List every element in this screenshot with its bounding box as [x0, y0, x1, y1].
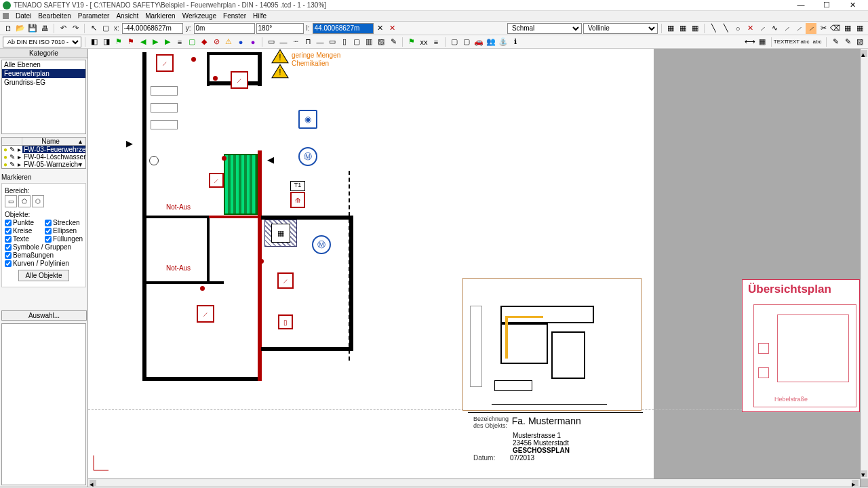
hydrant-icon[interactable]: ⛲ [498, 37, 509, 47]
select-rect-icon[interactable]: ▭ [5, 195, 17, 207]
cat-item-2[interactable]: Grundriss-EG [2, 78, 85, 87]
select-box-icon[interactable]: ▢ [100, 23, 111, 34]
line2-icon[interactable]: ╲ [720, 23, 731, 34]
misc-icon-6[interactable]: ▭ [327, 37, 338, 47]
sym-icon-1[interactable]: ◧ [89, 37, 100, 47]
misc-icon-1[interactable]: ▭ [266, 37, 277, 47]
dim-icon-2[interactable]: ▦ [757, 37, 768, 47]
misc-icon-3[interactable]: ┈ [290, 37, 301, 47]
layer-icon[interactable]: ▸ [16, 146, 22, 153]
menu-werkzeuge[interactable]: Werkzeuge [179, 12, 220, 20]
line-icon[interactable]: ╲ [708, 23, 719, 34]
symbol-diamond-icon[interactable]: ◆ [199, 37, 210, 47]
dim-icon-1[interactable]: ⟷ [745, 37, 755, 47]
clear-x-icon[interactable]: ✕ [375, 23, 386, 34]
font-style-select[interactable]: Schmal [507, 23, 582, 34]
menu-hilfe[interactable]: Hilfe [250, 12, 270, 20]
layer-row-2[interactable]: ●✎▸ FW-05-Warnzeichen ▾ [2, 161, 85, 168]
people-icon[interactable]: 👥 [486, 37, 496, 47]
menu-ansicht[interactable]: Ansicht [113, 12, 142, 20]
maximize-button[interactable]: ☐ [814, 0, 840, 11]
flag2-icon[interactable]: ⚑ [125, 37, 136, 47]
cat-item-1[interactable]: Feuerwehrplan [2, 69, 85, 78]
highlight-icon[interactable]: ⟋ [806, 23, 816, 34]
text-icon-2[interactable]: TEXT [787, 37, 798, 47]
shape-icon[interactable]: ⟋ [793, 23, 804, 34]
chk-kurven[interactable]: Kurven / Polylinien [5, 260, 83, 267]
arrow-right-icon[interactable]: ▶ [150, 37, 161, 47]
redo-icon[interactable]: ↷ [70, 23, 81, 34]
window-icon-3[interactable]: ▦ [690, 23, 701, 34]
name-header[interactable]: Name [22, 138, 79, 145]
chk-punkte[interactable]: Punkte [5, 219, 42, 226]
linetype-select[interactable]: Vollinie [583, 23, 658, 34]
arrow-right2-icon[interactable]: ▶ [162, 37, 173, 47]
close-button[interactable]: ✕ [840, 0, 865, 11]
curve-icon[interactable]: ∿ [769, 23, 780, 34]
misc-icon-2[interactable]: — [278, 37, 289, 47]
select-free-icon[interactable]: ⬡ [32, 195, 44, 207]
misc-icon-11[interactable]: ✎ [388, 37, 399, 47]
list-icon[interactable]: ≡ [174, 37, 185, 47]
sym-icon-2[interactable]: ◨ [101, 37, 112, 47]
chk-bemassungen[interactable]: Bemaßungen [5, 251, 83, 259]
menu-datei[interactable]: Datei [12, 12, 35, 20]
grid-icon[interactable]: ▦ [842, 23, 853, 34]
misc-icon-10[interactable]: ▨ [376, 37, 387, 47]
grid2-icon[interactable]: ▦ [854, 23, 865, 34]
window-icon-2[interactable]: ▦ [677, 23, 688, 34]
clear-all-icon[interactable]: ✕ [387, 23, 398, 34]
length-input[interactable] [313, 23, 374, 34]
alle-objekte-button[interactable]: Alle Objekte [18, 270, 70, 281]
app-menu-icon[interactable] [3, 13, 9, 19]
window-icon-1[interactable]: ▦ [665, 23, 676, 34]
chk-kreise[interactable]: Kreise [5, 227, 42, 235]
poly-icon[interactable]: ⟋ [781, 23, 792, 34]
rect2-icon[interactable]: ▢ [461, 37, 472, 47]
y-input[interactable] [194, 23, 255, 34]
misc-icon-5[interactable]: — [315, 37, 326, 47]
box-icon[interactable]: ▢ [186, 37, 197, 47]
misc-icon-8[interactable]: ▢ [351, 37, 362, 47]
lock-icon[interactable]: ✎ [9, 146, 16, 153]
rect-icon[interactable]: ▢ [449, 37, 460, 47]
chart-icon[interactable]: ▧ [854, 37, 865, 47]
info2-icon[interactable]: ℹ [510, 37, 521, 47]
cat-item-0[interactable]: Alle Ebenen [2, 60, 85, 69]
undo-icon[interactable]: ↶ [58, 23, 68, 34]
menu-markieren[interactable]: Markieren [142, 12, 178, 20]
category-list[interactable]: Alle Ebenen Feuerwehrplan Grundriss-EG [1, 60, 86, 134]
flag-green2-icon[interactable]: ⚑ [406, 37, 417, 47]
save-icon[interactable]: 💾 [27, 23, 38, 34]
chk-strecken[interactable]: Strecken [45, 219, 83, 226]
select-poly-icon[interactable]: ⬠ [18, 195, 31, 207]
cross-icon[interactable]: ✕ [745, 23, 755, 34]
visibility-icon[interactable]: ● [2, 146, 9, 153]
misc-icon-4[interactable]: ⊓ [302, 37, 313, 47]
chk-ellipsen[interactable]: Ellipsen [45, 227, 83, 235]
pointer-icon[interactable]: ↖ [88, 23, 99, 34]
chk-texte[interactable]: Texte [5, 235, 42, 243]
misc-icon-9[interactable]: ▥ [363, 37, 374, 47]
abc-icon[interactable]: abc [800, 37, 810, 47]
warning-icon[interactable]: ⚠ [223, 37, 234, 47]
circle-icon[interactable]: ○ [732, 23, 743, 34]
chk-fuellungen[interactable]: Füllungen [45, 235, 83, 243]
brush-icon[interactable]: ✎ [830, 37, 841, 47]
arrow-left-icon[interactable]: ◀ [138, 37, 149, 47]
scroll-vertical[interactable]: ▴▾ [860, 49, 868, 479]
brush2-icon[interactable]: ✎ [842, 37, 853, 47]
scroll-horizontal[interactable]: ◂▸ [88, 479, 860, 487]
layer-row-0[interactable]: ● ✎ ▸ FW-03-Feuerwehrzei [2, 146, 85, 153]
lines-icon[interactable]: ≡ [431, 37, 441, 47]
chk-symbole[interactable]: Symbole / Gruppen [5, 243, 83, 251]
car-icon[interactable]: 🚗 [473, 37, 484, 47]
cut-icon[interactable]: ✂ [818, 23, 829, 34]
menu-fenster[interactable]: Fenster [220, 12, 250, 20]
text-icon-1[interactable]: TEXT [775, 37, 786, 47]
flag-icon[interactable]: ⚑ [113, 37, 124, 47]
print-icon[interactable]: 🖶 [39, 23, 50, 34]
misc-icon-7[interactable]: ▯ [339, 37, 350, 47]
erase-icon[interactable]: ⌫ [830, 23, 841, 34]
menu-bearbeiten[interactable]: Bearbeiten [35, 12, 74, 20]
